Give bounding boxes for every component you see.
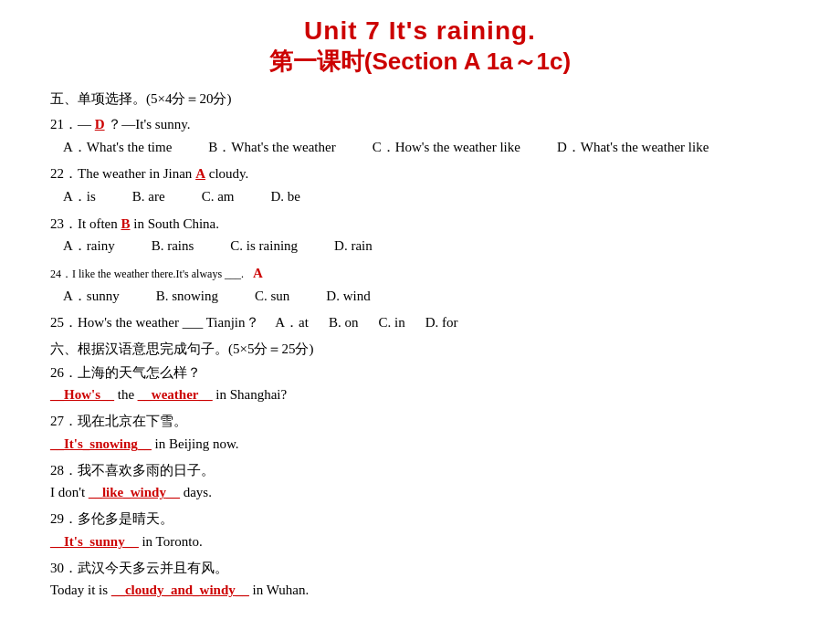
q22-optC: C. am [202,185,235,209]
title-block: Unit 7 It's raining. 第一课时(Section A 1a～1… [50,16,790,78]
q23-optB: B. rains [152,235,194,258]
q27-text: in Beijing now. [155,436,239,451]
q30-english: Today it is __cloudy_and_windy__ in Wuha… [50,579,790,602]
q22-prompt: 22．The weather in Jinan A cloudy. [50,166,248,181]
q30-text2: in Wuhan. [253,583,310,597]
q21-options: A．What's the time B．What's the weather C… [63,136,790,160]
question-22: 22．The weather in Jinan A cloudy. A．is B… [50,163,790,208]
q21-prompt: 21．— D ？—It's sunny. [50,117,190,131]
q21-optB: B．What's the weather [208,136,335,160]
q22-optD: D. be [271,185,301,209]
q27-english: __It's_snowing__ in Beijing now. [50,433,790,456]
q21-optC: C．How's the weather like [373,136,520,160]
q29-text: in Toronto. [142,534,202,549]
q26-blank1: __How's__ [50,387,114,402]
question-29: 29．多伦多是晴天。 __It's_sunny__ in Toronto. [50,508,790,553]
q23-prompt: 23．It often B in South China. [50,216,219,231]
q26-text1: the [118,387,138,402]
q23-options: A．rainy B. rains C. is raining D. rain [63,235,790,258]
q26-text2: in Shanghai? [215,387,287,402]
q22-answer: A [195,166,205,181]
q22-optA: A．is [63,185,96,209]
question-27: 27．现在北京在下雪。 __It's_snowing__ in Beijing … [50,410,790,456]
q24-optC: C. sun [255,285,289,309]
q29-blank: __It's_sunny__ [50,534,139,549]
q23-optA: A．rainy [63,235,115,258]
q30-blank: __cloudy_and_windy__ [111,583,249,597]
q27-blank: __It's_snowing__ [50,436,152,451]
q24-options: A．sunny B. snowing C. sun D. wind [63,285,790,309]
q30-chinese: 30．武汉今天多云并且有风。 [50,557,790,580]
q23-optC: C. is raining [230,235,298,258]
q21-answer: D [95,117,105,131]
q23-optD: D. rain [334,235,373,258]
q24-optA: A．sunny [63,285,120,309]
q21-optD: D．What's the weather like [557,136,709,160]
question-28: 28．我不喜欢多雨的日子。 I don't __like_windy__ day… [50,459,790,505]
title-line1: Unit 7 It's raining. [50,16,790,46]
q21-optA: A．What's the time [63,136,172,160]
q25-prompt: 25．How's the weather ___ Tianjin？ [50,315,259,330]
q28-text1: I don't [50,485,89,499]
q28-text2: days. [184,485,212,499]
q25-optB: B. on [329,311,359,335]
q24-optD: D. wind [326,285,370,309]
question-24: 24．I like the weather there.It's always … [50,262,790,308]
q30-text1: Today it is [50,583,111,597]
q28-blank: __like_windy__ [89,485,180,499]
q23-answer: B [121,216,130,231]
q28-english: I don't __like_windy__ days. [50,481,790,504]
q28-chinese: 28．我不喜欢多雨的日子。 [50,459,790,482]
q24-prompt: 24．I like the weather there.It's always … [50,266,244,284]
q22-options: A．is B. are C. am D. be [63,185,790,209]
q25-optC: C. in [378,311,404,335]
q26-blank2: __weather__ [138,387,213,402]
title-line2: 第一课时(Section A 1a～1c) [50,46,790,78]
q26-chinese: 26．上海的天气怎么样？ [50,362,790,384]
q29-chinese: 29．多伦多是晴天。 [50,508,790,530]
q29-english: __It's_sunny__ in Toronto. [50,530,790,553]
question-30: 30．武汉今天多云并且有风。 Today it is __cloudy_and_… [50,557,790,603]
section2-heading: 六、根据汉语意思完成句子。(5×5分＝25分) [50,341,790,358]
q25-options: A．at B. on C. in D. for [275,311,457,335]
q26-english: __How's__ the __weather__ in Shanghai? [50,383,790,406]
q24-optB: B. snowing [156,285,218,309]
question-23: 23．It often B in South China. A．rainy B.… [50,213,790,258]
q24-answer: A [253,262,263,285]
q25-optA: A．at [275,311,309,335]
question-26: 26．上海的天气怎么样？ __How's__ the __weather__ i… [50,362,790,407]
q27-chinese: 27．现在北京在下雪。 [50,410,790,433]
page: Unit 7 It's raining. 第一课时(Section A 1a～1… [0,0,840,630]
question-25: 25．How's the weather ___ Tianjin？ A．at B… [50,311,790,335]
question-21: 21．— D ？—It's sunny. A．What's the time B… [50,113,790,159]
q25-optD: D. for [425,311,458,335]
section1-heading: 五、单项选择。(5×4分＝20分) [50,90,790,108]
q22-optB: B. are [132,185,165,209]
